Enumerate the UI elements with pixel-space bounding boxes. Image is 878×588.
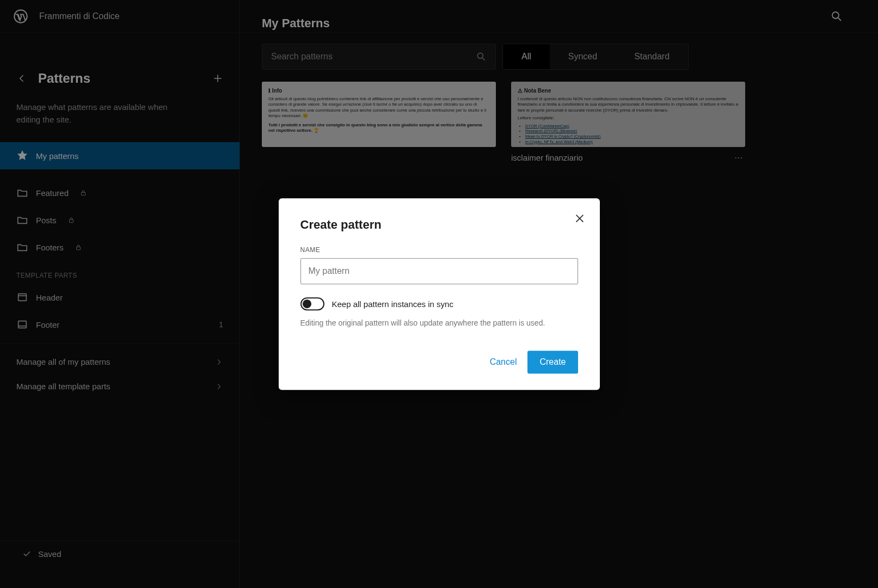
sync-toggle-row: Keep all pattern instances in sync (300, 297, 578, 310)
toggle-knob (303, 299, 311, 308)
pattern-name-input[interactable] (300, 258, 578, 284)
sync-help-text: Editing the original pattern will also u… (300, 318, 578, 329)
create-pattern-modal: Create pattern NAME Keep all pattern ins… (279, 198, 600, 390)
modal-title: Create pattern (300, 218, 578, 232)
sync-toggle[interactable] (300, 297, 324, 310)
sync-toggle-label: Keep all pattern instances in sync (332, 299, 453, 309)
create-button[interactable]: Create (527, 351, 578, 373)
cancel-button[interactable]: Cancel (490, 357, 517, 367)
close-icon[interactable] (574, 212, 586, 224)
modal-actions: Cancel Create (300, 351, 578, 373)
name-label: NAME (300, 246, 578, 254)
